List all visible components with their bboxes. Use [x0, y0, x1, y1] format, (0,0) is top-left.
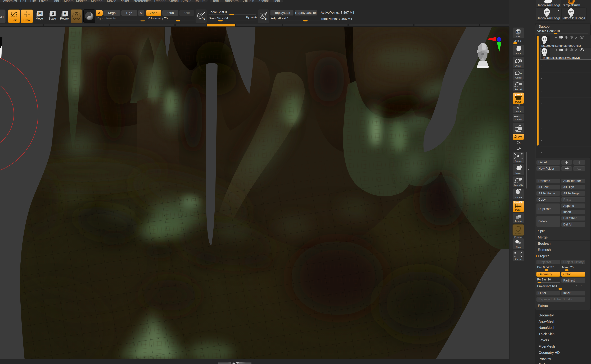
svg-text:Actual: Actual — [515, 76, 522, 79]
svg-text:Dynamic: Dynamic — [514, 236, 522, 238]
svg-text:Zoom3D: Zoom3D — [514, 184, 523, 187]
svg-text:TattooSkullLongl: TattooSkullLongl — [538, 3, 560, 7]
svg-text:Edit: Edit — [11, 19, 17, 22]
svg-text:Draw: Draw — [23, 19, 30, 22]
svg-text:TattooSkullLongl: TattooSkullLongl — [538, 16, 560, 20]
svg-text:TattooSkullLong4: TattooSkullLong4 — [562, 16, 585, 20]
svg-text:AAHalf: AAHalf — [515, 88, 522, 91]
svg-text:Rotate: Rotate — [515, 196, 522, 199]
svg-text:Z: Z — [519, 148, 521, 150]
svg-text:D: D — [265, 17, 267, 21]
svg-text:Y: Y — [519, 142, 521, 145]
svg-text:Rotate: Rotate — [60, 17, 68, 20]
svg-text:XYZ: XYZ — [518, 136, 522, 138]
svg-text:M: M — [38, 11, 42, 16]
svg-text:Dynamic: Dynamic — [514, 93, 523, 96]
svg-text:Move: Move — [515, 172, 521, 175]
svg-text:BPR: BPR — [516, 31, 521, 33]
svg-text:S: S — [203, 17, 205, 21]
svg-text:TattooSkullLong4MergedUnsyr: TattooSkullLong4MergedUnsyr — [541, 44, 581, 47]
svg-text:Move: Move — [36, 17, 43, 20]
svg-text:x y z: x y z — [517, 104, 520, 106]
svg-text:L.Sym: L.Sym — [515, 118, 522, 121]
svg-text:Solo: Solo — [516, 246, 521, 248]
svg-text:2: 2 — [558, 10, 559, 14]
svg-text:SimpleBrush: SimpleBrush — [563, 3, 580, 7]
svg-text:Transp: Transp — [515, 220, 522, 222]
svg-text:Line Fill: Line Fill — [514, 201, 523, 203]
svg-text:Ghost: Ghost — [515, 232, 521, 235]
svg-text:TattooSkullLongLowSubDivs: TattooSkullLongLowSubDivs — [542, 56, 580, 59]
svg-text:x1: x1 — [520, 72, 522, 75]
svg-text:Floor: Floor — [516, 110, 521, 113]
svg-text:Frame: Frame — [515, 160, 522, 162]
svg-text:S: S — [52, 11, 54, 16]
svg-text:Scroll: Scroll — [515, 52, 521, 55]
svg-text:PolyF: PolyF — [515, 208, 521, 211]
svg-text:Scale: Scale — [49, 17, 56, 20]
svg-text:R: R — [64, 11, 66, 16]
svg-text:Zoom: Zoom — [515, 65, 521, 67]
svg-text:Xpose: Xpose — [515, 258, 522, 260]
svg-text:SPix 3: SPix 3 — [513, 39, 521, 42]
svg-text:BPR: BPR — [516, 35, 521, 38]
svg-text:Persp: Persp — [515, 100, 522, 103]
